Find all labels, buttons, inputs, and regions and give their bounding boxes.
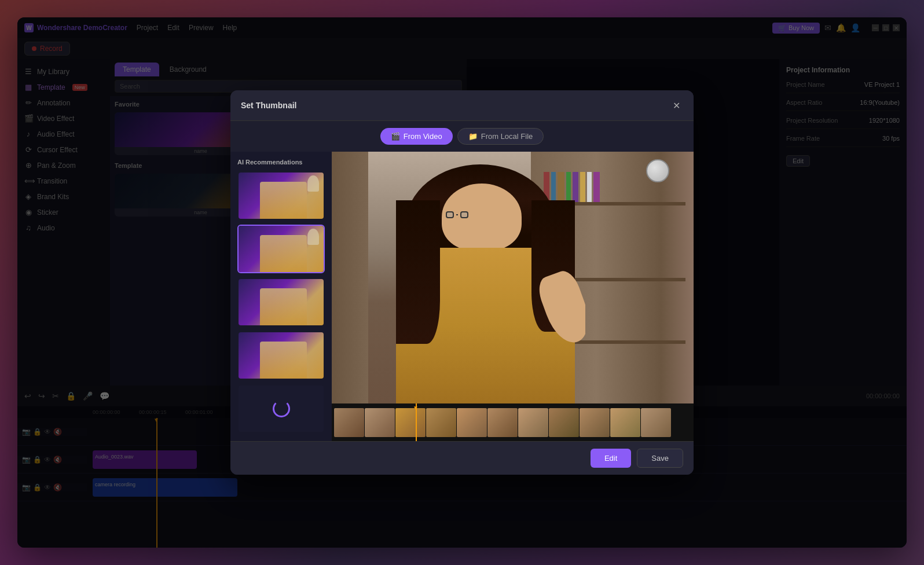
set-thumbnail-modal: Set Thumbnail ✕ 🎬 From Video 📁 From Loca… [230,90,694,475]
ai-thumbnail-5-loading[interactable] [237,384,325,433]
preview-thumbnail-strip[interactable] [332,403,694,441]
ai-thumbnail-2[interactable] [237,225,325,273]
strip-frame [549,408,579,437]
strip-frame [426,408,456,437]
main-preview [332,152,694,403]
strip-frame [395,408,426,437]
tab-from-local-file[interactable]: 📁 From Local File [457,128,544,145]
modal-footer: Edit Save [230,441,694,475]
ai-thumbnail-3[interactable] [237,278,325,326]
modal-tab-bar: 🎬 From Video 📁 From Local File [230,121,694,152]
tab-from-video[interactable]: 🎬 From Video [380,128,453,145]
ai-section-title: AI Recommendations [237,159,325,166]
edit-button[interactable]: Edit [591,449,631,468]
ai-thumbnail-1[interactable] [237,171,325,220]
modal-title: Set Thumbnail [241,101,296,110]
ai-thumbnail-4[interactable] [237,331,325,380]
modal-header: Set Thumbnail ✕ [230,90,694,121]
file-tab-icon: 📁 [468,132,478,141]
ai-thumb-img-5 [239,386,324,432]
preview-image-container [332,152,694,403]
video-tab-icon: 🎬 [391,132,400,141]
strip-frame [457,408,487,437]
loading-spinner [273,400,290,417]
strip-frame [365,408,395,437]
modal-right [332,152,694,441]
strip-frame [518,408,548,437]
modal-overlay: Set Thumbnail ✕ 🎬 From Video 📁 From Loca… [0,0,924,565]
ai-thumb-img-3 [239,279,324,325]
save-button[interactable]: Save [637,449,683,468]
strip-frames [334,408,671,437]
ai-thumb-img-4 [239,332,324,379]
strip-frame [641,408,671,437]
ai-recommendations-panel: AI Recommendations [230,152,332,441]
modal-close-button[interactable]: ✕ [669,98,683,112]
ai-thumb-img-2 [239,226,324,272]
strip-playhead [416,403,417,441]
strip-frame [487,408,518,437]
strip-frame [580,408,610,437]
modal-body: AI Recommendations [230,152,694,441]
strip-frame [334,408,364,437]
ai-thumb-img-1 [239,173,324,219]
strip-frame [610,408,640,437]
